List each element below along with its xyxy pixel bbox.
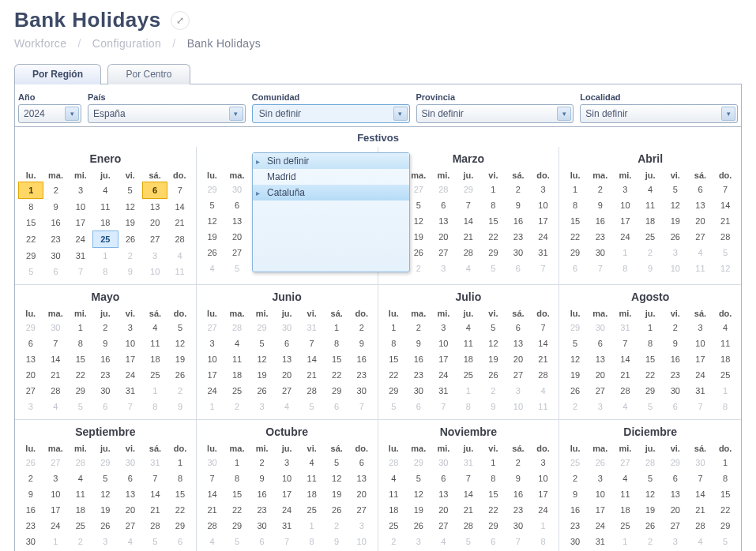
calendar-day[interactable]: 17 — [613, 213, 638, 229]
expand-icon[interactable]: ⤢ — [171, 11, 190, 30]
calendar-day[interactable]: 18 — [638, 213, 663, 229]
calendar-day[interactable]: 6 — [688, 182, 713, 197]
calendar-day[interactable]: 26 — [562, 383, 588, 399]
calendar-day[interactable]: 24 — [43, 518, 69, 534]
calendar-day[interactable]: 27 — [118, 518, 143, 534]
calendar-day[interactable]: 21 — [167, 215, 192, 231]
calendar-day[interactable]: 28 — [143, 518, 168, 534]
calendar-day[interactable]: 20 — [431, 502, 457, 518]
province-select[interactable]: Sin definir ▾ — [416, 104, 574, 123]
community-input[interactable] — [258, 107, 392, 120]
calendar-day[interactable]: 1 — [713, 455, 738, 470]
country-select[interactable]: España ▾ — [88, 104, 246, 123]
calendar-day[interactable]: 27 — [18, 383, 43, 399]
calendar-day[interactable]: 3 — [613, 182, 638, 197]
calendar-day[interactable]: 10 — [118, 335, 143, 351]
calendar-day[interactable]: 11 — [613, 486, 638, 502]
calendar-day[interactable]: 30 — [406, 383, 431, 399]
calendar-day[interactable]: 9 — [18, 486, 43, 502]
calendar-day[interactable]: 19 — [562, 367, 588, 383]
calendar-day[interactable]: 2 — [663, 320, 688, 335]
calendar-day[interactable]: 27 — [431, 245, 457, 261]
calendar-day[interactable]: 2 — [506, 182, 531, 197]
calendar-day[interactable]: 30 — [93, 383, 118, 399]
calendar-day[interactable]: 17 — [274, 486, 299, 502]
calendar-day[interactable]: 28 — [43, 383, 69, 399]
calendar-day[interactable]: 24 — [274, 502, 299, 518]
calendar-day[interactable]: 13 — [118, 486, 143, 502]
calendar-day[interactable]: 8 — [224, 470, 250, 486]
calendar-day[interactable]: 28 — [688, 518, 713, 534]
calendar-day[interactable]: 13 — [588, 351, 613, 367]
calendar-day[interactable]: 19 — [200, 229, 225, 245]
calendar-day[interactable]: 26 — [250, 383, 275, 399]
calendar-day[interactable]: 23 — [349, 367, 374, 383]
calendar-day[interactable]: 6 — [274, 335, 299, 351]
calendar-day[interactable]: 29 — [68, 383, 93, 399]
calendar-day[interactable]: 1 — [167, 455, 193, 470]
calendar-day[interactable]: 15 — [19, 215, 43, 231]
calendar-day[interactable]: 21 — [531, 351, 556, 367]
calendar-day[interactable]: 31 — [118, 383, 143, 399]
calendar-day[interactable]: 11 — [382, 486, 407, 502]
calendar-day[interactable]: 13 — [18, 351, 43, 367]
calendar-day[interactable]: 30 — [562, 534, 588, 549]
calendar-day[interactable]: 31 — [531, 245, 556, 261]
calendar-day[interactable]: 3 — [688, 320, 713, 335]
calendar-day[interactable]: 16 — [588, 213, 613, 229]
calendar-day[interactable]: 24 — [431, 367, 457, 383]
calendar-day[interactable]: 10 — [531, 197, 556, 213]
calendar-day[interactable]: 23 — [93, 367, 118, 383]
calendar-day[interactable]: 1 — [562, 182, 588, 197]
calendar-day[interactable]: 17 — [118, 351, 143, 367]
calendar-day[interactable]: 29 — [638, 383, 663, 399]
breadcrumb-item[interactable]: Workforce — [14, 37, 66, 50]
calendar-day[interactable]: 6 — [431, 197, 457, 213]
calendar-day[interactable]: 28 — [456, 245, 481, 261]
calendar-day[interactable]: 12 — [324, 470, 349, 486]
calendar-day[interactable]: 11 — [93, 199, 118, 216]
calendar-day[interactable]: 14 — [143, 486, 168, 502]
calendar-day[interactable]: 31 — [274, 518, 299, 534]
calendar-day[interactable]: 27 — [688, 229, 713, 245]
calendar-day[interactable]: 29 — [324, 383, 349, 399]
calendar-day[interactable]: 18 — [713, 351, 738, 367]
calendar-day[interactable]: 19 — [250, 367, 275, 383]
calendar-day[interactable]: 10 — [531, 470, 556, 486]
calendar-day[interactable]: 2 — [406, 320, 431, 335]
calendar-day[interactable]: 7 — [613, 335, 638, 351]
calendar-day[interactable]: 24 — [588, 518, 613, 534]
calendar-day[interactable]: 16 — [406, 351, 431, 367]
calendar-day[interactable]: 25 — [613, 518, 638, 534]
calendar-day[interactable]: 18 — [613, 502, 638, 518]
calendar-day[interactable]: 11 — [456, 335, 481, 351]
calendar-day[interactable]: 4 — [713, 320, 738, 335]
calendar-day[interactable]: 19 — [118, 215, 142, 231]
calendar-day[interactable]: 10 — [274, 470, 299, 486]
calendar-day[interactable]: 14 — [613, 351, 638, 367]
calendar-day[interactable]: 23 — [588, 229, 613, 245]
calendar-day[interactable]: 6 — [663, 470, 688, 486]
calendar-day[interactable]: 10 — [200, 351, 225, 367]
calendar-day[interactable]: 16 — [43, 215, 68, 231]
calendar-day[interactable]: 8 — [324, 335, 349, 351]
calendar-day[interactable]: 18 — [224, 367, 250, 383]
calendar-day[interactable]: 25 — [68, 518, 93, 534]
calendar-day[interactable]: 13 — [224, 213, 250, 229]
calendar-day[interactable]: 12 — [481, 335, 506, 351]
calendar-day[interactable]: 5 — [200, 197, 225, 213]
calendar-day[interactable]: 26 — [167, 367, 193, 383]
calendar-day[interactable]: 16 — [93, 351, 118, 367]
calendar-day[interactable]: 14 — [688, 486, 713, 502]
calendar-day[interactable]: 24 — [200, 383, 225, 399]
calendar-day[interactable]: 29 — [481, 518, 506, 534]
calendar-day[interactable]: 2 — [562, 470, 588, 486]
calendar-day[interactable]: 7 — [713, 182, 738, 197]
calendar-day[interactable]: 12 — [406, 486, 431, 502]
calendar-day[interactable]: 8 — [19, 199, 43, 216]
calendar-day[interactable]: 25 — [224, 383, 250, 399]
calendar-day[interactable]: 12 — [167, 335, 193, 351]
calendar-day[interactable]: 22 — [68, 367, 93, 383]
calendar-day[interactable]: 28 — [167, 231, 192, 248]
calendar-day[interactable]: 28 — [456, 518, 481, 534]
